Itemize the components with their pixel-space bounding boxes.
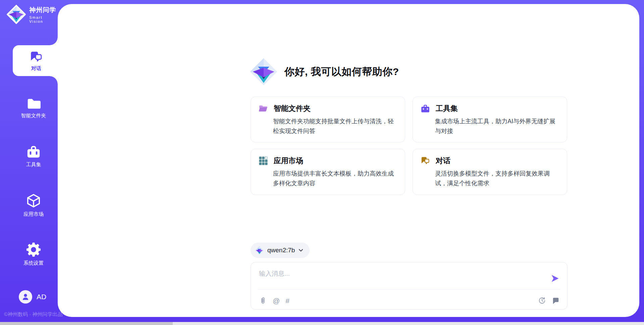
brand-name-cn: 神州问学 xyxy=(29,6,58,14)
chat-bubbles-icon xyxy=(29,50,43,64)
assistant-logo-icon xyxy=(250,58,278,86)
folder-open-icon xyxy=(258,104,268,113)
feature-cards: 智能文件夹 智能文件夹功能支持批量文件上传与清洗，轻松实现文件问答 工具集 集成… xyxy=(251,96,567,195)
feature-card-toolset[interactable]: 工具集 集成市场上主流工具，助力AI与外界无缝扩展与对接 xyxy=(413,96,567,142)
feature-card-app-market[interactable]: 应用市场 应用市场提供丰富长文本模板，助力高效生成多样化文章内容 xyxy=(251,149,405,195)
sidebar-item-smart-folder[interactable]: 智能文件夹 xyxy=(9,96,58,119)
chat-bubbles-icon xyxy=(420,156,430,166)
card-title: 工具集 xyxy=(436,104,458,114)
gear-icon xyxy=(26,242,41,257)
sidebar-item-app-market[interactable]: 应用市场 xyxy=(9,193,58,217)
sidebar-item-chat[interactable]: 对话 xyxy=(13,45,60,76)
scrollbar-thumb[interactable] xyxy=(0,322,173,325)
sidebar-item-label: 应用市场 xyxy=(23,211,44,217)
sidebar-item-toolset[interactable]: 工具集 xyxy=(9,145,58,168)
mention-button[interactable]: @ xyxy=(273,297,280,304)
user-name: AD xyxy=(37,293,46,301)
card-description: 智能文件夹功能支持批量文件上传与清洗，轻松实现文件问答 xyxy=(273,117,398,136)
brand: 神州问学 Smart Vision xyxy=(7,5,58,24)
model-logo-diamond-icon xyxy=(255,246,264,255)
card-title: 应用市场 xyxy=(274,156,303,166)
greeting-title: 你好, 我可以如何帮助你? xyxy=(284,65,399,79)
send-icon xyxy=(550,274,560,283)
at-icon: @ xyxy=(273,297,280,305)
cube-icon xyxy=(26,193,41,208)
message-input[interactable] xyxy=(251,262,546,288)
briefcase-icon xyxy=(26,145,41,159)
feature-card-chat[interactable]: 对话 灵活切换多模型文件，支持多样回复效果调试，满足个性化需求 xyxy=(413,149,567,195)
person-icon xyxy=(21,292,30,301)
sidebar: 神州问学 Smart Vision 对话 智能文件夹 工具集 xyxy=(0,0,58,325)
briefcase-icon xyxy=(420,104,430,114)
quick-phrases-button[interactable] xyxy=(552,297,560,305)
copyright-footer: ©神州数码 · 神州问学出品 xyxy=(4,311,62,318)
composer: @ # xyxy=(251,262,568,310)
composer-divider xyxy=(258,289,560,289)
model-name: qwen2:7b xyxy=(267,247,295,254)
card-title: 智能文件夹 xyxy=(274,104,311,114)
user-avatar[interactable]: AD xyxy=(19,290,46,304)
sidebar-item-label: 对话 xyxy=(31,65,41,72)
greeting: 你好, 我可以如何帮助你? xyxy=(250,58,399,86)
chat-square-icon xyxy=(552,297,560,305)
topic-button[interactable]: # xyxy=(285,297,289,304)
feature-card-smart-folder[interactable]: 智能文件夹 智能文件夹功能支持批量文件上传与清洗，轻松实现文件问答 xyxy=(251,96,405,142)
send-button[interactable] xyxy=(550,274,560,284)
card-description: 集成市场上主流工具，助力AI与外界无缝扩展与对接 xyxy=(435,117,560,136)
card-title: 对话 xyxy=(436,156,450,166)
horizontal-scrollbar[interactable] xyxy=(0,322,644,325)
history-button[interactable] xyxy=(538,297,546,305)
grid-icon xyxy=(258,156,268,166)
attach-button[interactable] xyxy=(259,296,267,305)
sidebar-item-label: 工具集 xyxy=(26,161,41,167)
sidebar-item-settings[interactable]: 系统设置 xyxy=(9,242,58,266)
model-selector[interactable]: qwen2:7b xyxy=(251,243,310,258)
main-content: 你好, 我可以如何帮助你? 智能文件夹 智能文件夹功能支持批量文件上传与清洗，轻… xyxy=(58,4,639,317)
card-description: 应用市场提供丰富长文本模板，助力高效生成多样化文章内容 xyxy=(273,169,398,188)
chevron-down-icon xyxy=(298,248,304,253)
sidebar-item-label: 系统设置 xyxy=(23,260,44,266)
active-tab-top-fillet xyxy=(50,37,58,45)
hash-icon: # xyxy=(285,297,289,305)
card-description: 灵活切换多模型文件，支持多样回复效果调试，满足个性化需求 xyxy=(435,169,560,188)
sidebar-item-label: 智能文件夹 xyxy=(21,113,46,118)
folder-icon xyxy=(26,96,41,110)
active-tab-bottom-fillet xyxy=(50,76,58,84)
brand-logo-diamond-icon xyxy=(7,5,26,24)
brand-name-en: Smart Vision xyxy=(29,15,58,23)
paperclip-icon xyxy=(259,296,267,305)
history-icon xyxy=(538,297,546,305)
